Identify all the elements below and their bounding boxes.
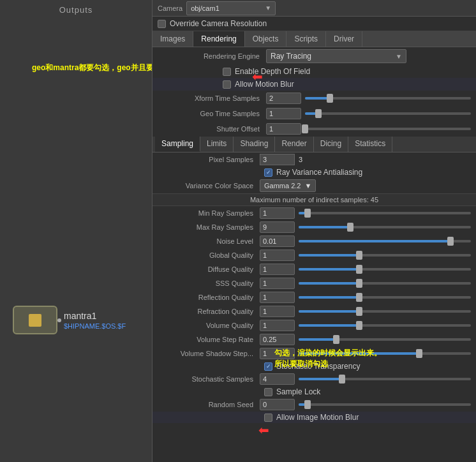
node-path: $HIPNAME.$OS.$F <box>64 322 126 330</box>
volume-step-rate-input[interactable] <box>260 334 295 345</box>
max-ray-samples-track[interactable] <box>299 226 471 228</box>
min-ray-samples-input[interactable] <box>260 207 295 219</box>
global-quality-input[interactable] <box>260 250 295 261</box>
volume-step-rate-track[interactable] <box>299 338 471 341</box>
reflection-quality-input[interactable] <box>260 292 295 303</box>
sub-tab-statistics[interactable]: Statistics <box>348 137 392 152</box>
noise-level-input[interactable] <box>260 235 295 247</box>
random-seed-label: Random Seed <box>158 401 260 408</box>
allow-image-motion-blur-checkbox[interactable] <box>264 414 272 422</box>
geo-time-row: Geo Time Samples <box>152 106 476 121</box>
depth-of-field-checkbox[interactable] <box>223 68 231 76</box>
reflection-quality-label: Reflection Quality <box>158 294 260 301</box>
volume-step-rate-row: Volume Step Rate <box>152 332 476 346</box>
volume-quality-label: Volume Quality <box>158 322 260 329</box>
rendering-engine-row: Rendering Engine Ray Tracing ▼ <box>152 47 476 65</box>
sss-quality-input[interactable] <box>260 278 295 289</box>
noise-level-row: Noise Level <box>152 234 476 248</box>
diffuse-quality-input[interactable] <box>260 264 295 275</box>
reflection-quality-track[interactable] <box>299 296 471 299</box>
node-icon[interactable] <box>13 306 57 334</box>
shutter-offset-input[interactable] <box>266 123 301 135</box>
xform-time-row: Xform Time Samples <box>152 91 476 106</box>
override-camera-checkbox[interactable] <box>158 20 166 28</box>
diffuse-quality-label: Diffuse Quality <box>158 265 260 273</box>
sub-tab-shading[interactable]: Shading <box>234 137 275 152</box>
tab-images[interactable]: Images <box>152 31 193 47</box>
refraction-quality-track[interactable] <box>299 310 471 313</box>
reflection-quality-row: Reflection Quality <box>152 290 476 304</box>
max-ray-samples-label: Max Ray Samples <box>158 223 260 231</box>
random-seed-input[interactable] <box>260 399 295 410</box>
sub-tab-limits[interactable]: Limits <box>200 137 234 152</box>
max-ray-samples-input[interactable] <box>260 221 295 233</box>
outputs-header: Outputs <box>0 0 152 20</box>
allow-motion-blur-label: Allow Motion Blur <box>235 80 294 89</box>
depth-of-field-row: Enable Depth Of Field <box>152 65 476 78</box>
refraction-quality-row: Refraction Quality <box>152 304 476 318</box>
variance-color-label: Variance Color Space <box>158 182 260 190</box>
stochastic-transparency-checkbox[interactable] <box>264 362 272 371</box>
shutter-offset-row: Shutter Offset <box>152 121 476 137</box>
global-quality-label: Global Quality <box>158 251 260 259</box>
sample-lock-checkbox[interactable] <box>264 388 272 396</box>
pixel-samples-input[interactable] <box>260 154 295 165</box>
scroll-area[interactable]: Pixel Samples 3 Ray Variance Antialiasin… <box>152 153 476 462</box>
override-camera-row: Override Camera Resolution <box>152 17 476 31</box>
camera-label: Camera <box>158 4 182 12</box>
volume-quality-track[interactable] <box>299 324 471 327</box>
allow-image-motion-blur-label: Allow Image Motion Blur <box>276 413 359 422</box>
allow-motion-blur-checkbox[interactable] <box>223 80 231 89</box>
global-quality-row: Global Quality <box>152 248 476 262</box>
max-indirect-info: Maximum number of indirect samples: 45 <box>152 193 476 206</box>
random-seed-track[interactable] <box>299 403 471 406</box>
sub-tab-dicing[interactable]: Dicing <box>314 137 348 152</box>
tab-objects[interactable]: Objects <box>245 31 287 47</box>
annotation-arrow-2: ⬅ <box>258 422 269 438</box>
volume-quality-row: Volume Quality <box>152 318 476 332</box>
shutter-offset-label: Shutter Offset <box>158 125 266 133</box>
allow-image-motion-blur-row: Allow Image Motion Blur <box>152 412 476 423</box>
geo-time-track[interactable] <box>305 112 471 115</box>
diffuse-quality-track[interactable] <box>299 268 471 271</box>
variance-antialiasing-checkbox[interactable] <box>264 168 272 177</box>
volume-step-rate-label: Volume Step Rate <box>158 336 260 343</box>
rendering-engine-dropdown[interactable]: Ray Tracing ▼ <box>266 49 406 63</box>
global-quality-track[interactable] <box>299 254 471 257</box>
rendering-engine-label: Rendering Engine <box>158 52 266 60</box>
sub-tab-row: Sampling Limits Shading Render Dicing St… <box>152 137 476 153</box>
shutter-offset-track[interactable] <box>305 128 471 130</box>
min-ray-samples-track[interactable] <box>299 212 471 214</box>
variance-color-value: Gamma 2.2 <box>264 182 301 190</box>
xform-time-input[interactable] <box>266 93 301 104</box>
stochastic-samples-track[interactable] <box>299 378 471 380</box>
diffuse-quality-row: Diffuse Quality <box>152 262 476 276</box>
xform-time-track[interactable] <box>305 97 471 100</box>
stochastic-samples-row: Stochastic Samples <box>152 372 476 386</box>
tab-scripts[interactable]: Scripts <box>286 31 326 47</box>
random-seed-row: Random Seed <box>152 398 476 412</box>
tab-driver[interactable]: Driver <box>326 31 362 47</box>
stochastic-samples-input[interactable] <box>260 373 295 385</box>
refraction-quality-input[interactable] <box>260 306 295 317</box>
pixel-samples-row: Pixel Samples 3 <box>152 153 476 167</box>
sub-tab-sampling[interactable]: Sampling <box>155 137 200 152</box>
depth-of-field-label: Enable Depth Of Field <box>235 67 310 76</box>
annotation-2: 勾选，渲染的时候会显示出来。所以要取消勾选 <box>274 348 382 369</box>
tab-rendering[interactable]: Rendering <box>193 31 244 47</box>
sub-tab-render[interactable]: Render <box>275 137 313 152</box>
variance-color-dropdown[interactable]: Gamma 2.2 ▼ <box>260 179 316 192</box>
sss-quality-track[interactable] <box>299 282 471 285</box>
noise-level-label: Noise Level <box>158 237 260 245</box>
pixel-samples-label: Pixel Samples <box>158 156 260 163</box>
pixel-samples-value2: 3 <box>299 156 302 163</box>
xform-time-label: Xform Time Samples <box>158 94 266 102</box>
allow-motion-blur-row: Allow Motion Blur <box>152 78 476 91</box>
variance-color-arrow-icon: ▼ <box>304 182 311 190</box>
geo-time-input[interactable] <box>266 108 301 119</box>
volume-quality-input[interactable] <box>260 320 295 331</box>
max-ray-samples-row: Max Ray Samples <box>152 220 476 234</box>
min-ray-samples-label: Min Ray Samples <box>158 209 260 217</box>
camera-dropdown[interactable]: obj/cam1 ▼ <box>186 1 276 15</box>
noise-level-track[interactable] <box>299 240 471 242</box>
